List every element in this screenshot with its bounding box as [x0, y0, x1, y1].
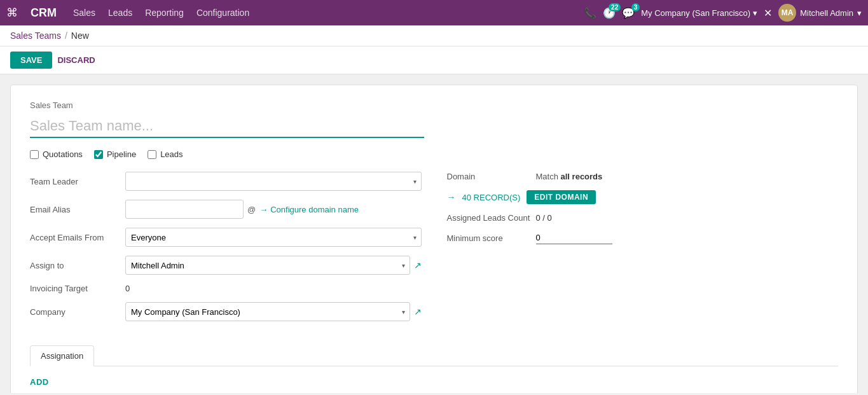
form-columns: Team Leader ▾ Email Alias [30, 172, 838, 330]
company-label: Company [30, 307, 125, 317]
team-name-input[interactable] [30, 115, 424, 138]
user-menu[interactable]: MA Mitchell Admin ▾ [778, 4, 862, 22]
company-row: Company My Company (San Francisco) ▾ ↗ [30, 302, 422, 321]
company-external-icon[interactable]: ↗ [414, 307, 422, 317]
assigned-leads-row: Assigned Leads Count 0 / 0 [447, 213, 839, 223]
avatar: MA [778, 4, 796, 22]
assign-to-label: Assign to [30, 261, 125, 270]
form-right-column: Domain Match all records → 40 RECORD(S) … [447, 172, 839, 330]
pipeline-checkbox[interactable] [94, 150, 103, 159]
phone-icon[interactable]: 📞 [584, 7, 596, 19]
section-title: Sales Team [30, 100, 838, 110]
quotations-label: Quotations [43, 149, 83, 159]
tab-assignation[interactable]: Assignation [30, 345, 94, 366]
main-content: Sales Team Quotations Pipeline Leads Tea… [0, 74, 868, 393]
company-name: My Company (San Francisco) [641, 8, 750, 18]
nav-actions: 📞 🕐 22 💬 3 My Company (San Francisco) ▾ … [584, 4, 862, 22]
breadcrumb: Sales Teams / New [0, 25, 868, 46]
accept-emails-label: Accept Emails From [30, 233, 125, 242]
team-leader-row: Team Leader ▾ [30, 172, 422, 191]
tabs-bar: Assignation [30, 345, 838, 366]
user-chevron-icon: ▾ [857, 8, 862, 18]
user-name: Mitchell Admin [800, 8, 853, 18]
company-chevron-icon: ▾ [753, 8, 757, 18]
domain-match-text: Match all records [536, 172, 603, 181]
leads-checkbox[interactable] [148, 150, 156, 159]
discard-button[interactable]: DISCARD [57, 55, 95, 65]
form-card: Sales Team Quotations Pipeline Leads Tea… [10, 85, 858, 393]
assigned-leads-label: Assigned Leads Count [447, 213, 536, 223]
chat-icon[interactable]: 💬 3 [622, 7, 635, 19]
nav-reporting[interactable]: Reporting [145, 8, 184, 18]
email-alias-label: Email Alias [30, 205, 125, 214]
leads-checkbox-label[interactable]: Leads [148, 149, 183, 159]
assign-to-row: Assign to Mitchell Admin ▾ ↗ [30, 256, 422, 275]
email-at-symbol: @ [247, 205, 256, 214]
form-toolbar: SAVE DISCARD [0, 46, 868, 74]
company-selector[interactable]: My Company (San Francisco) ▾ [641, 8, 757, 18]
email-alias-input[interactable] [125, 200, 244, 219]
top-navigation: ⌘ CRM Sales Leads Reporting Configuratio… [0, 0, 868, 25]
records-row: → 40 RECORD(S) EDIT DOMAIN [447, 190, 839, 204]
brand-logo: CRM [31, 6, 57, 20]
company-select[interactable]: My Company (San Francisco) [125, 302, 410, 321]
feature-checkboxes: Quotations Pipeline Leads [30, 149, 838, 159]
clock-badge: 22 [609, 3, 621, 11]
email-alias-row: Email Alias @ → Configure domain name [30, 200, 422, 219]
company-select-wrapper: My Company (San Francisco) ▾ [125, 302, 410, 321]
edit-domain-button[interactable]: EDIT DOMAIN [527, 190, 596, 204]
grid-icon[interactable]: ⌘ [6, 6, 18, 20]
minimum-score-label: Minimum score [447, 233, 536, 243]
invoicing-target-label: Invoicing Target [30, 284, 125, 293]
assign-to-select[interactable]: Mitchell Admin [125, 256, 410, 275]
invoicing-target-value: 0 [125, 284, 130, 293]
assigned-leads-value: 0 / 0 [536, 213, 552, 223]
accept-emails-select[interactable]: Everyone Authenticated Users Followers o… [125, 228, 422, 247]
records-count-link[interactable]: 40 RECORD(S) [462, 193, 521, 202]
nav-configuration[interactable]: Configuration [196, 8, 249, 18]
arrow-right-icon: → [259, 205, 268, 214]
records-arrow-icon: → [447, 192, 456, 202]
nav-links: Sales Leads Reporting Configuration [73, 8, 574, 18]
breadcrumb-separator: / [65, 31, 67, 41]
add-button[interactable]: ADD [30, 377, 49, 387]
nav-sales[interactable]: Sales [73, 8, 95, 18]
breadcrumb-parent[interactable]: Sales Teams [10, 31, 61, 41]
accept-emails-row: Accept Emails From Everyone Authenticate… [30, 228, 422, 247]
form-left-column: Team Leader ▾ Email Alias [30, 172, 422, 330]
team-leader-label: Team Leader [30, 177, 125, 186]
domain-label: Domain [447, 172, 536, 181]
minimum-score-row: Minimum score [447, 232, 839, 244]
quotations-checkbox[interactable] [30, 150, 39, 159]
breadcrumb-current: New [71, 31, 89, 41]
close-icon[interactable]: ✕ [764, 7, 772, 19]
configure-domain-link[interactable]: → Configure domain name [259, 205, 359, 214]
pipeline-checkbox-label[interactable]: Pipeline [94, 149, 136, 159]
team-leader-select-wrapper: ▾ [125, 172, 422, 191]
accept-emails-select-wrapper: Everyone Authenticated Users Followers o… [125, 228, 422, 247]
clock-icon[interactable]: 🕐 22 [603, 7, 616, 19]
leads-label: Leads [160, 149, 183, 159]
invoicing-target-row: Invoicing Target 0 [30, 284, 422, 293]
configure-domain-text: Configure domain name [270, 205, 359, 214]
pipeline-label: Pipeline [107, 149, 136, 159]
team-leader-select[interactable] [125, 172, 422, 191]
domain-row: Domain Match all records [447, 172, 839, 181]
add-section: ADD [30, 366, 838, 393]
nav-leads[interactable]: Leads [108, 8, 132, 18]
minimum-score-input[interactable] [536, 232, 612, 244]
quotations-checkbox-label[interactable]: Quotations [30, 149, 83, 159]
assign-to-select-wrapper: Mitchell Admin ▾ [125, 256, 410, 275]
save-button[interactable]: SAVE [10, 52, 52, 69]
chat-badge: 3 [631, 3, 640, 11]
assign-to-external-icon[interactable]: ↗ [414, 260, 422, 270]
